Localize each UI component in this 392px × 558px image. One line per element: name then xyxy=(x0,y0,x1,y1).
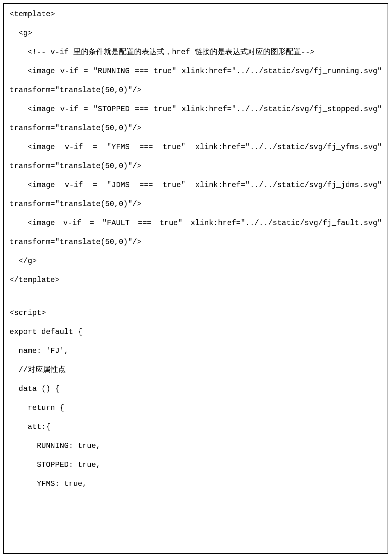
code-line: <template> xyxy=(9,9,382,19)
code-line: name: 'FJ', xyxy=(9,346,382,356)
code-line: <image v-if = "YFMS === true" xlink:href… xyxy=(9,142,382,152)
code-line: <image v-if = "STOPPED === true" xlink:h… xyxy=(9,104,382,114)
code-line: transform="translate(50,0)"/> xyxy=(9,123,382,133)
code-line: att:{ xyxy=(9,422,382,432)
code-line: data () { xyxy=(9,384,382,394)
code-line: <g> xyxy=(9,28,382,38)
code-line: </g> xyxy=(9,256,382,266)
code-line: return { xyxy=(9,403,382,413)
code-line: transform="translate(50,0)"/> xyxy=(9,161,382,171)
code-line: <image v-if = "FAULT === true" xlink:hre… xyxy=(9,218,382,228)
code-block: <template> <g> <!-- v-if 里的条件就是配置的表达式，hr… xyxy=(3,3,388,554)
code-line: <!-- v-if 里的条件就是配置的表达式，href 链接的是表达式对应的图形… xyxy=(9,47,382,57)
code-line: <script> xyxy=(9,308,382,318)
code-line: STOPPED: true, xyxy=(9,460,382,470)
code-line: export default { xyxy=(9,327,382,337)
code-line: RUNNING: true, xyxy=(9,441,382,451)
code-line: <image v-if = "RUNNING === true" xlink:h… xyxy=(9,66,382,76)
code-line: </template> xyxy=(9,275,382,285)
code-line: transform="translate(50,0)"/> xyxy=(9,237,382,247)
code-line: //对应属性点 xyxy=(9,365,382,375)
code-line: transform="translate(50,0)"/> xyxy=(9,199,382,209)
code-line: <image v-if = "JDMS === true" xlink:href… xyxy=(9,180,382,190)
code-line: YFMS: true, xyxy=(9,479,382,489)
code-line: transform="translate(50,0)"/> xyxy=(9,85,382,95)
